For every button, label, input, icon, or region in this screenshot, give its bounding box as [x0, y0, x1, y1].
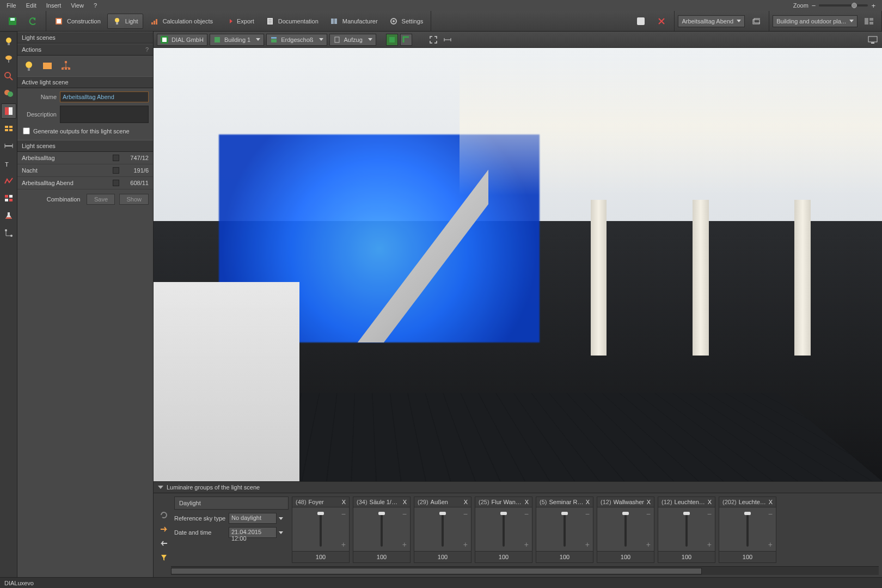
action-edit-icon[interactable] [40, 59, 54, 73]
close-icon[interactable]: X [647, 499, 651, 505]
dimmer-slider[interactable] [381, 512, 383, 547]
viewport-3d[interactable] [154, 48, 882, 481]
minus-icon[interactable]: − [402, 510, 407, 518]
zoom-out-icon[interactable]: − [812, 2, 816, 10]
close-icon[interactable]: X [525, 499, 529, 505]
scene-color-swatch[interactable] [113, 180, 119, 186]
tool-dimension-icon[interactable] [1, 138, 16, 154]
minus-icon[interactable]: − [524, 510, 529, 518]
scene-selector[interactable]: Arbeitsalltag Abend [678, 15, 745, 27]
chevron-down-icon[interactable] [279, 517, 283, 520]
tab-light[interactable]: Light [107, 14, 143, 29]
close-icon[interactable]: X [403, 499, 407, 505]
minus-icon[interactable]: − [463, 510, 468, 518]
chevron-down-icon[interactable] [279, 531, 283, 534]
plus-icon[interactable]: + [707, 540, 712, 549]
plus-icon[interactable]: + [646, 540, 651, 549]
floor-selector[interactable]: Erdgeschoß [266, 34, 327, 46]
minus-icon[interactable]: − [707, 510, 712, 518]
measure-icon[interactable] [442, 34, 454, 46]
view-3d-icon[interactable] [386, 34, 398, 46]
close-icon[interactable]: X [769, 499, 773, 505]
monitor-icon[interactable] [867, 34, 879, 46]
fullscreen-icon[interactable] [427, 34, 439, 46]
scene-color-swatch[interactable] [113, 155, 119, 161]
tab-calculation-objects[interactable]: Calculation objects [145, 14, 217, 29]
luminaire-panel-header[interactable]: Luminaire groups of the light scene [154, 482, 882, 493]
plus-icon[interactable]: + [768, 540, 773, 549]
save-button[interactable]: Save [87, 194, 115, 205]
delete-icon[interactable] [652, 14, 671, 29]
tool-text-icon[interactable]: T [1, 156, 16, 171]
tool-groups-icon[interactable] [1, 121, 16, 136]
action-new-icon[interactable] [22, 59, 36, 73]
plus-icon[interactable]: + [585, 540, 590, 549]
description-field[interactable] [60, 106, 149, 123]
datetime-select[interactable]: 21.04.2015 12:00 [229, 527, 277, 538]
dimmer-slider[interactable] [503, 512, 505, 547]
tool-bulb-icon[interactable] [1, 34, 16, 49]
dimmer-slider[interactable] [564, 512, 566, 547]
filter-icon[interactable] [158, 552, 169, 563]
tab-documentation[interactable]: Documentation [261, 14, 323, 29]
dimmer-slider[interactable] [746, 512, 749, 547]
room-selector[interactable]: Aufzug [329, 34, 376, 46]
undo-icon[interactable] [24, 14, 42, 29]
minus-icon[interactable]: − [646, 510, 651, 518]
view-selector[interactable]: Building and outdoor pla... [773, 15, 857, 27]
zoom-slider[interactable] [819, 4, 868, 7]
tool-search-icon[interactable] [1, 69, 16, 84]
plus-icon[interactable]: + [463, 540, 468, 549]
layers-icon[interactable] [747, 14, 765, 29]
menu-view[interactable]: View [66, 1, 88, 10]
project-selector[interactable]: DIAL GmbH [157, 34, 207, 46]
action-tree-icon[interactable] [59, 59, 73, 73]
save-icon[interactable] [3, 14, 22, 29]
building-selector[interactable]: Building 1 [210, 34, 264, 46]
scene-color-swatch[interactable] [113, 167, 119, 174]
list-item[interactable]: Arbeitsalltag747/12 [17, 152, 153, 164]
sky-type-select[interactable]: No daylight [229, 513, 277, 524]
view-plan-icon[interactable] [400, 34, 412, 46]
arrow-left-icon[interactable] [158, 538, 169, 549]
tool-node-icon[interactable] [1, 225, 16, 241]
tool-line-icon[interactable] [1, 173, 16, 188]
tool-scene-icon[interactable] [1, 103, 16, 119]
menu-help[interactable]: ? [89, 1, 101, 10]
help-icon[interactable]: ? [145, 46, 149, 53]
tab-settings[interactable]: Settings [384, 14, 428, 29]
tool-color-icon[interactable] [1, 86, 16, 101]
plus-icon[interactable]: + [402, 540, 407, 549]
close-icon[interactable]: X [342, 499, 346, 505]
tab-manufacturer[interactable]: Manufacturer [325, 14, 382, 29]
close-icon[interactable]: X [464, 499, 468, 505]
tab-construction[interactable]: Construction [50, 14, 105, 29]
refresh-icon[interactable] [158, 510, 169, 520]
zoom-in-icon[interactable]: + [871, 2, 875, 10]
warning-icon[interactable] [632, 14, 650, 29]
menu-file[interactable]: File [2, 1, 21, 10]
minus-icon[interactable]: − [585, 510, 590, 518]
tool-flask-icon[interactable] [1, 208, 16, 223]
dimmer-slider[interactable] [442, 512, 444, 547]
minus-icon[interactable]: − [341, 510, 346, 518]
minus-icon[interactable]: − [768, 510, 773, 518]
collapse-icon[interactable] [158, 486, 163, 489]
horizontal-scrollbar[interactable] [171, 566, 879, 575]
plus-icon[interactable]: + [341, 540, 346, 549]
generate-outputs-checkbox[interactable] [23, 127, 30, 134]
dimmer-slider[interactable] [320, 512, 322, 547]
dimmer-slider[interactable] [624, 512, 627, 547]
tab-export[interactable]: Export [219, 14, 259, 29]
name-field[interactable] [60, 91, 149, 102]
plus-icon[interactable]: + [524, 540, 529, 549]
show-button[interactable]: Show [119, 194, 149, 205]
tool-lamp-icon[interactable] [1, 51, 16, 66]
close-icon[interactable]: X [586, 499, 590, 505]
menu-insert[interactable]: Insert [42, 1, 66, 10]
menu-edit[interactable]: Edit [22, 1, 41, 10]
arrow-right-orange-icon[interactable] [158, 524, 169, 535]
dimmer-slider[interactable] [685, 512, 688, 547]
close-icon[interactable]: X [708, 499, 712, 505]
list-item[interactable]: Arbeitsalltag Abend608/11 [17, 177, 153, 189]
